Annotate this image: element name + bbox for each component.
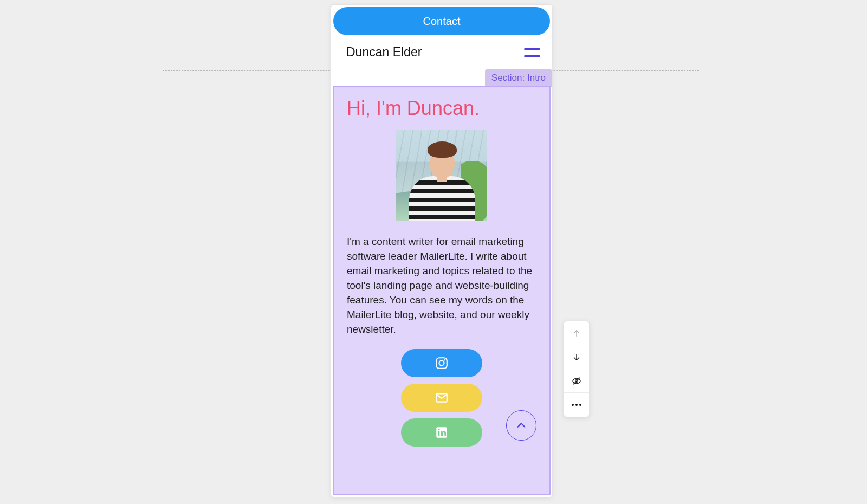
section-toolbar [564,321,590,417]
svg-rect-5 [438,431,440,436]
eye-off-icon [572,376,581,386]
site-header: Duncan Elder [331,35,552,65]
email-button[interactable] [401,384,482,412]
move-section-down-button[interactable] [564,345,589,369]
move-section-up-button [564,321,589,345]
hamburger-menu-icon[interactable] [524,47,540,58]
scroll-to-top-button[interactable] [506,410,536,441]
linkedin-button[interactable] [401,418,482,447]
intro-heading: Hi, I'm Duncan. [347,97,536,120]
contact-button[interactable]: Contact [333,7,550,35]
more-horizontal-icon [572,404,581,406]
site-title: Duncan Elder [346,45,422,60]
section-intro[interactable]: Hi, I'm Duncan. I'm a content writer for… [333,86,551,495]
profile-photo [396,130,487,221]
mobile-preview: Contact Duncan Elder Section: Intro Hi, … [331,4,553,497]
svg-point-1 [439,360,444,365]
section-badge[interactable]: Section: Intro [485,69,552,87]
linkedin-icon [435,425,449,440]
chevron-up-icon [515,419,527,431]
intro-paragraph: I'm a content writer for email marketing… [347,235,536,337]
more-options-button[interactable] [564,393,589,417]
svg-point-6 [438,429,439,430]
instagram-button[interactable] [401,349,482,377]
instagram-icon [435,356,449,370]
toggle-visibility-button[interactable] [564,369,589,393]
svg-rect-0 [436,358,447,369]
mail-icon [435,391,449,405]
svg-point-2 [444,359,446,361]
arrow-down-icon [572,352,581,362]
arrow-up-icon [572,328,581,338]
